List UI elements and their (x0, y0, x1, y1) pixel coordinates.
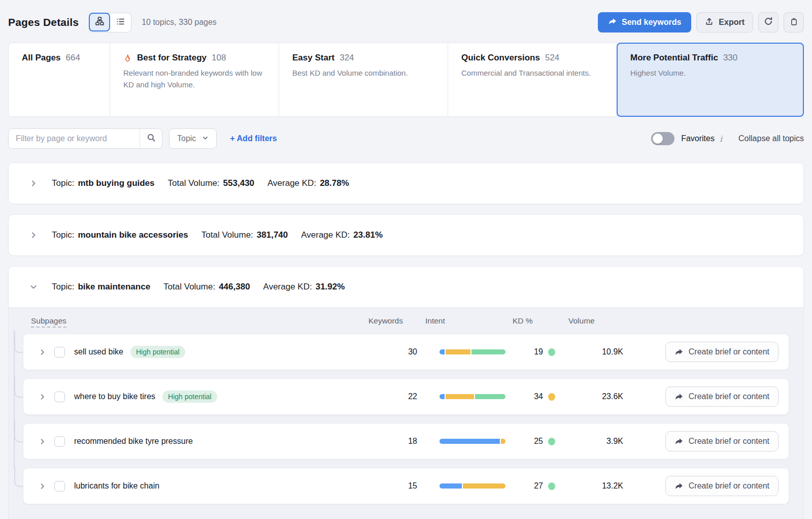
intent-bar (439, 483, 505, 489)
tab-label: All Pages (22, 53, 61, 63)
volume-value: 13.2K (574, 481, 623, 491)
kd-value: 27 (524, 481, 543, 491)
tab-description: Highest Volume. (630, 68, 772, 79)
intent-segment (471, 349, 505, 354)
subpage-name[interactable]: sell used bike (74, 347, 123, 356)
subpage-name[interactable]: lubricants for bike chain (74, 481, 159, 491)
tab-all-pages[interactable]: All Pages 664 (8, 43, 110, 117)
topic-name: mtb buying guides (78, 178, 154, 188)
tab-label: Easy Start (292, 53, 334, 63)
create-brief-label: Create brief or content (689, 481, 769, 491)
intent-segment (439, 394, 445, 399)
search-icon (147, 133, 156, 144)
create-brief-label: Create brief or content (689, 392, 769, 401)
subpage-row: recommended bike tyre pressure 18 25 3.9… (23, 423, 789, 460)
create-brief-button[interactable]: Create brief or content (665, 431, 779, 451)
add-filters-link[interactable]: + Add filters (230, 134, 277, 143)
create-brief-label: Create brief or content (689, 437, 769, 446)
intent-segment (439, 483, 462, 489)
column-header-subpages[interactable]: Subpages (31, 316, 66, 328)
strategy-tabs: All Pages 664 Best for Strategy 108 Rele… (8, 43, 804, 117)
search-button[interactable] (140, 129, 162, 148)
chevron-right-icon[interactable] (29, 231, 38, 239)
send-arrow-icon (674, 348, 683, 356)
intent-bar (439, 394, 505, 399)
subpage-name[interactable]: recommended bike tyre pressure (74, 437, 193, 446)
keywords-count: 15 (377, 481, 417, 491)
keywords-count: 18 (377, 437, 417, 446)
list-view-button[interactable] (110, 13, 131, 32)
create-brief-button[interactable]: Create brief or content (665, 342, 779, 362)
kd-value: 19 (524, 347, 543, 356)
topic-filter-dropdown[interactable]: Topic (169, 128, 217, 149)
tab-quick-conversions[interactable]: Quick Conversions 524 Commercial and Tra… (448, 43, 617, 117)
tab-label: Best for Strategy (137, 53, 207, 63)
send-keywords-button[interactable]: Send keywords (598, 12, 691, 33)
tab-count: 108 (212, 53, 226, 63)
tab-label: More Potential Traffic (630, 53, 718, 63)
sitemap-icon (95, 17, 104, 27)
subpage-rows: sell used bike High potential 30 19 10.9… (11, 334, 789, 504)
send-arrow-icon (608, 17, 617, 28)
refresh-button[interactable] (758, 12, 779, 33)
intent-segment (439, 349, 445, 354)
export-button[interactable]: Export (696, 12, 753, 33)
kd-status-dot (548, 438, 555, 445)
intent-bar (439, 349, 505, 354)
chevron-right-icon[interactable] (39, 438, 46, 445)
row-checkbox[interactable] (54, 392, 65, 402)
chevron-right-icon[interactable] (39, 393, 46, 401)
keywords-count: 30 (377, 347, 417, 356)
column-header-kd: KD % (510, 316, 558, 326)
row-checkbox[interactable] (54, 481, 65, 492)
search-input[interactable] (9, 129, 140, 148)
volume-value: 23.6K (574, 392, 623, 401)
tab-more-potential-traffic[interactable]: More Potential Traffic 330 Highest Volum… (617, 43, 804, 117)
topic-filter-label: Topic (177, 134, 196, 143)
tab-count: 330 (723, 53, 737, 63)
subpage-row: sell used bike High potential 30 19 10.9… (23, 334, 789, 370)
average-kd-label: Average KD: (267, 178, 316, 188)
send-arrow-icon (674, 437, 683, 446)
subpages-table: Subpages Keywords Intent KD % Volume sel… (9, 307, 803, 519)
total-volume-value: 381,740 (257, 230, 288, 240)
send-keywords-label: Send keywords (622, 18, 681, 27)
tab-easy-start[interactable]: Easy Start 324 Best KD and Volume combin… (279, 43, 448, 117)
tree-view-button[interactable] (89, 13, 110, 31)
info-icon[interactable]: i (720, 134, 722, 144)
favorites-toggle[interactable] (651, 132, 674, 145)
tab-best-for-strategy[interactable]: Best for Strategy 108 Relevant non-brand… (110, 43, 279, 117)
subpage-name[interactable]: where to buy bike tires (74, 392, 155, 401)
refresh-icon (764, 17, 773, 28)
topic-header[interactable]: Topic: bike maintenance Total Volume: 44… (9, 267, 803, 307)
send-arrow-icon (674, 393, 683, 401)
intent-segment (446, 349, 470, 354)
topic-header[interactable]: Topic: mtb buying guides Total Volume: 5… (9, 163, 803, 204)
create-brief-button[interactable]: Create brief or content (665, 476, 779, 496)
chevron-down-icon[interactable] (29, 283, 38, 291)
topic-label: Topic: (52, 230, 74, 240)
intent-segment (446, 394, 473, 399)
topic-label: Topic: (52, 282, 74, 292)
list-icon (116, 17, 125, 28)
tab-count: 664 (66, 53, 80, 63)
delete-button[interactable] (784, 12, 804, 33)
flame-icon (123, 54, 132, 62)
chevron-right-icon[interactable] (39, 348, 46, 356)
row-checkbox[interactable] (54, 347, 65, 358)
topic-name: bike maintenance (78, 282, 150, 292)
chevron-right-icon[interactable] (39, 482, 46, 490)
collapse-all-topics-link[interactable]: Collapse all topics (738, 134, 804, 143)
tab-count: 524 (545, 53, 559, 63)
search-box (8, 128, 162, 149)
keywords-count: 22 (377, 392, 417, 401)
create-brief-button[interactable]: Create brief or content (665, 386, 779, 407)
high-potential-badge: High potential (130, 346, 185, 358)
toggle-knob (653, 134, 663, 144)
average-kd-label: Average KD: (301, 230, 350, 240)
chevron-right-icon[interactable] (29, 179, 38, 187)
average-kd-value: 28.78% (320, 178, 349, 188)
column-header-intent: Intent (425, 316, 491, 326)
row-checkbox[interactable] (54, 436, 65, 447)
topic-header[interactable]: Topic: mountain bike accessories Total V… (9, 215, 803, 255)
